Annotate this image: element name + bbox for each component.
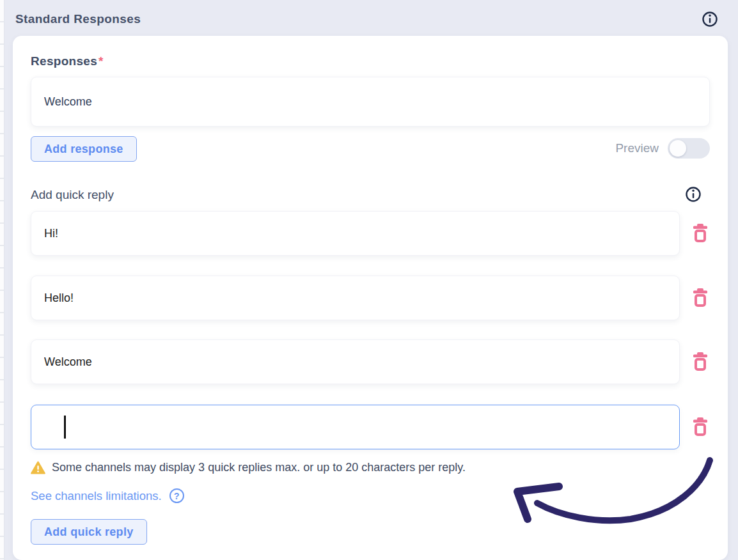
responses-label-text: Responses [31, 54, 97, 68]
warning-text: Some channels may display 3 quick replie… [52, 461, 466, 474]
delete-quick-reply-button[interactable] [691, 222, 710, 244]
delete-quick-reply-button[interactable] [691, 351, 710, 373]
delete-quick-reply-button[interactable] [691, 287, 710, 309]
standard-responses-card: Responses* Add response Preview Add quic… [13, 36, 728, 560]
add-response-button[interactable]: Add response [31, 136, 137, 162]
toggle-knob [670, 140, 686, 157]
quick-reply-row [31, 211, 710, 256]
text-cursor [64, 416, 66, 439]
quick-reply-input[interactable] [31, 276, 680, 320]
warning-message: Some channels may display 3 quick replie… [31, 461, 466, 474]
preview-label: Preview [615, 141, 659, 155]
warning-triangle-icon [31, 461, 45, 474]
quick-reply-input[interactable] [31, 211, 680, 256]
delete-quick-reply-button[interactable] [691, 416, 710, 438]
required-marker: * [98, 54, 104, 68]
quick-reply-input-wrap [31, 211, 680, 256]
trash-icon [691, 287, 709, 309]
quick-reply-info-icon[interactable] [685, 187, 702, 203]
quick-reply-input[interactable] [31, 339, 680, 384]
quick-reply-input-empty-focused[interactable] [31, 405, 680, 449]
quick-reply-input-wrap [31, 339, 680, 384]
trash-icon [691, 351, 709, 373]
trash-icon [691, 416, 709, 439]
quick-reply-input-wrap [31, 276, 680, 320]
preview-toggle[interactable] [668, 138, 710, 159]
channels-limitations-row: See channels limitations. ? [31, 488, 184, 503]
responses-label: Responses* [31, 54, 104, 68]
trash-icon [691, 222, 709, 245]
standard-responses-panel: Standard Responses Responses* Add respon… [0, 0, 738, 560]
section-info-icon[interactable] [702, 12, 718, 28]
quick-reply-row-focused [31, 405, 710, 449]
add-quick-reply-button[interactable]: Add quick reply [31, 519, 147, 545]
quick-reply-row [31, 339, 710, 384]
background-panel-edge [0, 0, 4, 560]
preview-control: Preview [615, 137, 710, 160]
info-icon [685, 186, 702, 205]
response-input[interactable] [31, 77, 710, 127]
quick-reply-row [31, 276, 710, 320]
channels-limitations-link[interactable]: See channels limitations. [31, 489, 162, 503]
question-circle-icon[interactable]: ? [169, 488, 184, 503]
page-title: Standard Responses [15, 12, 141, 26]
quick-reply-input-wrap [31, 405, 680, 449]
quick-reply-label: Add quick reply [31, 188, 114, 202]
info-icon [702, 11, 718, 29]
